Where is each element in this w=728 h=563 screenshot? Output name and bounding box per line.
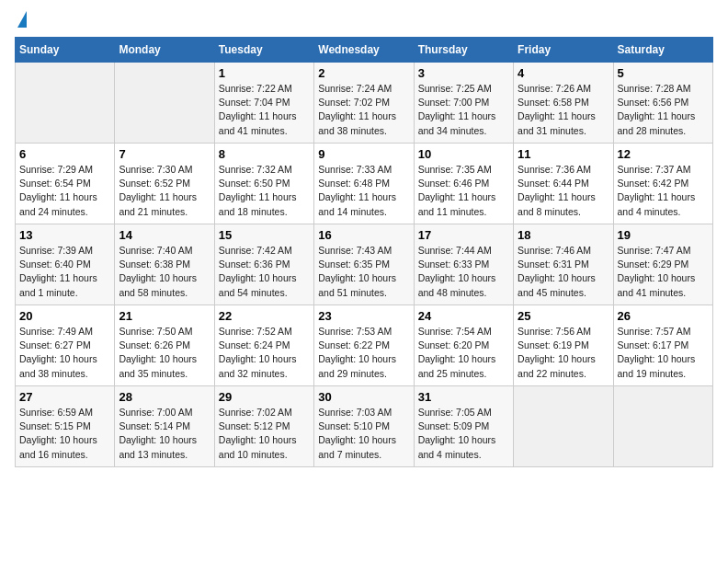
calendar-cell: 8Sunrise: 7:32 AM Sunset: 6:50 PM Daylig… (214, 144, 313, 224)
weekday-header: Thursday (414, 38, 513, 63)
calendar-cell: 31Sunrise: 7:05 AM Sunset: 5:09 PM Dayli… (414, 386, 513, 467)
day-number: 15 (219, 228, 310, 242)
calendar-cell (16, 63, 115, 144)
day-number: 11 (518, 147, 609, 161)
day-number: 27 (19, 390, 110, 404)
calendar-cell: 23Sunrise: 7:53 AM Sunset: 6:22 PM Dayli… (314, 305, 414, 386)
day-info: Sunrise: 7:56 AM Sunset: 6:19 PM Dayligh… (518, 325, 609, 381)
calendar-cell (514, 386, 613, 467)
calendar-cell: 10Sunrise: 7:35 AM Sunset: 6:46 PM Dayli… (414, 144, 513, 224)
calendar-week-row: 20Sunrise: 7:49 AM Sunset: 6:27 PM Dayli… (16, 305, 713, 386)
calendar-cell: 4Sunrise: 7:26 AM Sunset: 6:58 PM Daylig… (514, 63, 613, 144)
day-number: 26 (618, 309, 709, 323)
calendar-cell: 26Sunrise: 7:57 AM Sunset: 6:17 PM Dayli… (613, 305, 712, 386)
weekday-header: Tuesday (214, 38, 313, 63)
weekday-header: Saturday (613, 38, 712, 63)
calendar-week-row: 6Sunrise: 7:29 AM Sunset: 6:54 PM Daylig… (16, 144, 713, 224)
day-number: 5 (618, 66, 709, 80)
calendar-cell: 29Sunrise: 7:02 AM Sunset: 5:12 PM Dayli… (214, 386, 313, 467)
weekday-header: Friday (514, 38, 613, 63)
calendar-cell: 1Sunrise: 7:22 AM Sunset: 7:04 PM Daylig… (214, 63, 313, 144)
day-info: Sunrise: 7:33 AM Sunset: 6:48 PM Dayligh… (318, 163, 409, 219)
calendar-cell: 20Sunrise: 7:49 AM Sunset: 6:27 PM Dayli… (16, 305, 115, 386)
calendar-cell (115, 63, 214, 144)
day-info: Sunrise: 7:47 AM Sunset: 6:29 PM Dayligh… (618, 244, 709, 300)
calendar-cell: 18Sunrise: 7:46 AM Sunset: 6:31 PM Dayli… (514, 224, 613, 305)
logo-triangle-icon (17, 11, 27, 28)
day-number: 14 (119, 228, 210, 242)
day-info: Sunrise: 7:03 AM Sunset: 5:10 PM Dayligh… (318, 406, 409, 462)
day-info: Sunrise: 7:39 AM Sunset: 6:40 PM Dayligh… (19, 244, 110, 300)
weekday-header: Sunday (16, 38, 115, 63)
day-number: 19 (618, 228, 709, 242)
day-info: Sunrise: 7:24 AM Sunset: 7:02 PM Dayligh… (318, 82, 409, 138)
day-info: Sunrise: 7:54 AM Sunset: 6:20 PM Dayligh… (418, 325, 509, 381)
weekday-header: Monday (115, 38, 214, 63)
day-info: Sunrise: 7:50 AM Sunset: 6:26 PM Dayligh… (119, 325, 210, 381)
day-info: Sunrise: 7:29 AM Sunset: 6:54 PM Dayligh… (19, 163, 110, 219)
day-info: Sunrise: 7:44 AM Sunset: 6:33 PM Dayligh… (418, 244, 509, 300)
day-info: Sunrise: 7:46 AM Sunset: 6:31 PM Dayligh… (518, 244, 609, 300)
calendar-cell: 30Sunrise: 7:03 AM Sunset: 5:10 PM Dayli… (314, 386, 414, 467)
logo (15, 15, 27, 28)
calendar-cell: 22Sunrise: 7:52 AM Sunset: 6:24 PM Dayli… (214, 305, 313, 386)
day-number: 23 (318, 309, 409, 323)
calendar-cell: 14Sunrise: 7:40 AM Sunset: 6:38 PM Dayli… (115, 224, 214, 305)
day-info: Sunrise: 7:32 AM Sunset: 6:50 PM Dayligh… (219, 163, 310, 219)
calendar-week-row: 1Sunrise: 7:22 AM Sunset: 7:04 PM Daylig… (16, 63, 713, 144)
day-info: Sunrise: 7:40 AM Sunset: 6:38 PM Dayligh… (119, 244, 210, 300)
calendar-cell: 11Sunrise: 7:36 AM Sunset: 6:44 PM Dayli… (514, 144, 613, 224)
day-number: 9 (318, 147, 409, 161)
calendar-cell: 9Sunrise: 7:33 AM Sunset: 6:48 PM Daylig… (314, 144, 414, 224)
day-number: 8 (219, 147, 310, 161)
day-info: Sunrise: 7:25 AM Sunset: 7:00 PM Dayligh… (418, 82, 509, 138)
day-info: Sunrise: 7:00 AM Sunset: 5:14 PM Dayligh… (119, 406, 210, 462)
day-number: 6 (19, 147, 110, 161)
day-number: 25 (518, 309, 609, 323)
calendar-cell: 19Sunrise: 7:47 AM Sunset: 6:29 PM Dayli… (613, 224, 712, 305)
page-header (15, 15, 713, 28)
day-info: Sunrise: 7:42 AM Sunset: 6:36 PM Dayligh… (219, 244, 310, 300)
calendar-cell: 15Sunrise: 7:42 AM Sunset: 6:36 PM Dayli… (214, 224, 313, 305)
day-number: 28 (119, 390, 210, 404)
day-info: Sunrise: 7:22 AM Sunset: 7:04 PM Dayligh… (219, 82, 310, 138)
calendar-cell: 5Sunrise: 7:28 AM Sunset: 6:56 PM Daylig… (613, 63, 712, 144)
calendar-cell: 2Sunrise: 7:24 AM Sunset: 7:02 PM Daylig… (314, 63, 414, 144)
calendar-cell: 16Sunrise: 7:43 AM Sunset: 6:35 PM Dayli… (314, 224, 414, 305)
day-number: 4 (518, 66, 609, 80)
calendar-cell: 17Sunrise: 7:44 AM Sunset: 6:33 PM Dayli… (414, 224, 513, 305)
weekday-header: Wednesday (314, 38, 414, 63)
day-info: Sunrise: 7:02 AM Sunset: 5:12 PM Dayligh… (219, 406, 310, 462)
day-info: Sunrise: 7:53 AM Sunset: 6:22 PM Dayligh… (318, 325, 409, 381)
calendar-table: SundayMondayTuesdayWednesdayThursdayFrid… (15, 37, 713, 467)
calendar-cell: 6Sunrise: 7:29 AM Sunset: 6:54 PM Daylig… (16, 144, 115, 224)
day-info: Sunrise: 7:37 AM Sunset: 6:42 PM Dayligh… (618, 163, 709, 219)
day-number: 13 (19, 228, 110, 242)
day-number: 22 (219, 309, 310, 323)
calendar-cell: 3Sunrise: 7:25 AM Sunset: 7:00 PM Daylig… (414, 63, 513, 144)
calendar-cell: 21Sunrise: 7:50 AM Sunset: 6:26 PM Dayli… (115, 305, 214, 386)
day-number: 18 (518, 228, 609, 242)
day-info: Sunrise: 7:52 AM Sunset: 6:24 PM Dayligh… (219, 325, 310, 381)
calendar-cell: 12Sunrise: 7:37 AM Sunset: 6:42 PM Dayli… (613, 144, 712, 224)
day-number: 30 (318, 390, 409, 404)
day-number: 12 (618, 147, 709, 161)
day-number: 20 (19, 309, 110, 323)
day-number: 16 (318, 228, 409, 242)
day-info: Sunrise: 7:28 AM Sunset: 6:56 PM Dayligh… (618, 82, 709, 138)
calendar-cell: 28Sunrise: 7:00 AM Sunset: 5:14 PM Dayli… (115, 386, 214, 467)
day-number: 1 (219, 66, 310, 80)
calendar-week-row: 13Sunrise: 7:39 AM Sunset: 6:40 PM Dayli… (16, 224, 713, 305)
day-info: Sunrise: 7:43 AM Sunset: 6:35 PM Dayligh… (318, 244, 409, 300)
calendar-cell: 24Sunrise: 7:54 AM Sunset: 6:20 PM Dayli… (414, 305, 513, 386)
day-info: Sunrise: 7:05 AM Sunset: 5:09 PM Dayligh… (418, 406, 509, 462)
day-number: 3 (418, 66, 509, 80)
calendar-cell (613, 386, 712, 467)
day-number: 7 (119, 147, 210, 161)
day-number: 17 (418, 228, 509, 242)
day-number: 29 (219, 390, 310, 404)
day-info: Sunrise: 7:49 AM Sunset: 6:27 PM Dayligh… (19, 325, 110, 381)
day-info: Sunrise: 6:59 AM Sunset: 5:15 PM Dayligh… (19, 406, 110, 462)
day-number: 21 (119, 309, 210, 323)
day-info: Sunrise: 7:36 AM Sunset: 6:44 PM Dayligh… (518, 163, 609, 219)
